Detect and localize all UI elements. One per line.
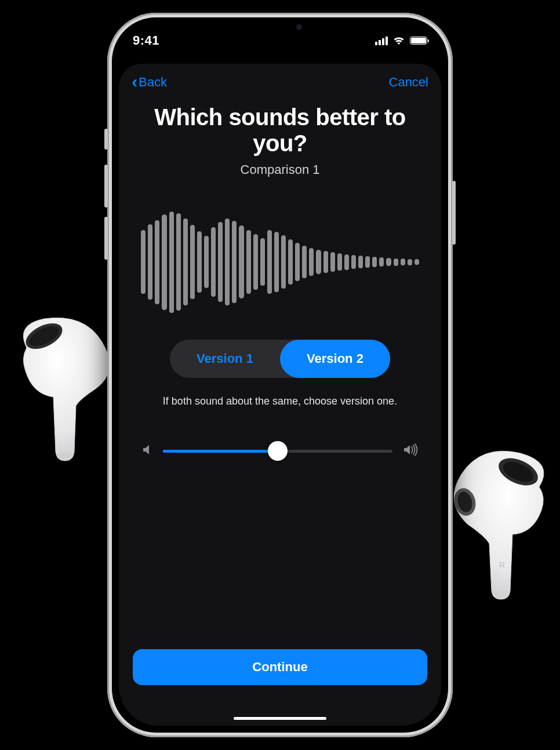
volume-down-button bbox=[104, 217, 108, 260]
airpod-right-illustration: R bbox=[441, 446, 557, 603]
back-button[interactable]: ‹ Back bbox=[132, 74, 167, 90]
helper-text: If both sound about the same, choose ver… bbox=[154, 394, 406, 409]
page-subtitle: Comparison 1 bbox=[119, 162, 441, 177]
home-indicator[interactable] bbox=[234, 717, 326, 720]
wifi-icon bbox=[392, 36, 405, 45]
volume-slider[interactable] bbox=[163, 450, 392, 453]
volume-slider-row bbox=[142, 443, 418, 458]
status-time: 9:41 bbox=[133, 33, 159, 48]
volume-high-icon bbox=[403, 443, 418, 458]
cellular-icon bbox=[375, 37, 388, 45]
chevron-left-icon: ‹ bbox=[132, 73, 137, 90]
version-segmented-control: Version 1 Version 2 bbox=[170, 340, 390, 378]
airpod-left-illustration bbox=[9, 313, 119, 464]
back-label: Back bbox=[139, 75, 167, 90]
volume-up-button bbox=[104, 165, 108, 207]
waveform-graphic bbox=[141, 210, 419, 314]
power-button bbox=[452, 181, 456, 245]
phone-frame: 9:41 ‹ Back Cancel Which sounds better t… bbox=[107, 13, 453, 737]
sheet: ‹ Back Cancel Which sounds better to you… bbox=[119, 64, 441, 726]
svg-point-8 bbox=[493, 591, 509, 599]
page-title: Which sounds better to you? bbox=[137, 104, 423, 156]
version-2-option[interactable]: Version 2 bbox=[280, 340, 390, 378]
notch bbox=[228, 17, 332, 37]
volume-slider-thumb[interactable] bbox=[268, 441, 288, 461]
volume-low-icon bbox=[142, 444, 152, 458]
battery-icon bbox=[410, 37, 427, 45]
mute-switch bbox=[104, 129, 108, 150]
svg-point-2 bbox=[57, 452, 73, 460]
continue-button[interactable]: Continue bbox=[133, 649, 427, 685]
svg-text:R: R bbox=[499, 560, 505, 570]
version-1-option[interactable]: Version 1 bbox=[170, 340, 280, 378]
cancel-button[interactable]: Cancel bbox=[389, 75, 428, 90]
